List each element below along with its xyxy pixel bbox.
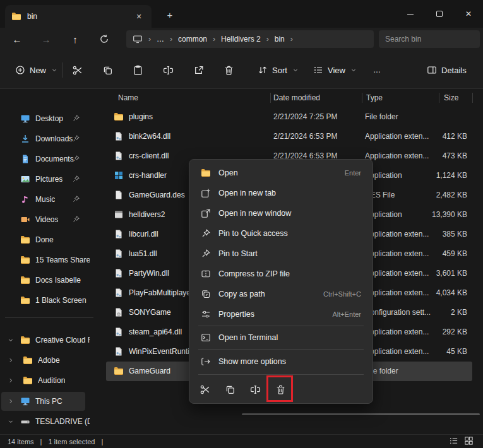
refresh-button[interactable] <box>92 29 116 49</box>
navigation-bar: ← → ↑ › … › common › Helldivers 2 › bin … <box>0 28 483 50</box>
sort-button[interactable]: Sort <box>251 59 306 81</box>
paste-button[interactable] <box>126 59 150 81</box>
close-button[interactable]: ✕ <box>454 0 483 28</box>
file-name: lua51.dll <box>129 249 157 258</box>
pin-icon <box>201 228 211 239</box>
menu-item-copy-as-path[interactable]: Copy as path Ctrl+Shift+C <box>193 284 369 304</box>
menu-item-compress-to-zip[interactable]: Compress to ZIP file <box>193 264 369 284</box>
menu-item-label: Pin to Start <box>218 249 258 258</box>
column-header-type[interactable]: Type <box>366 93 383 102</box>
scissors-icon <box>72 65 83 76</box>
column-headers: Name Date modified Type Size <box>104 90 483 106</box>
new-tab-button[interactable]: + <box>163 8 177 21</box>
menu-item-pin-to-quick-access[interactable]: Pin to Quick access <box>193 223 369 244</box>
file-type: Application exten... <box>365 132 429 141</box>
folder-icon <box>114 366 124 376</box>
file-name: bink2w64.dll <box>129 132 170 141</box>
column-divider[interactable] <box>362 93 362 103</box>
file-type: Application exten... <box>365 327 429 336</box>
column-divider[interactable] <box>439 93 439 103</box>
breadcrumb-item[interactable]: Helldivers 2 <box>221 35 261 44</box>
details-view-toggle[interactable] <box>449 436 460 447</box>
menu-item-show-more-options[interactable]: Show more options <box>193 351 369 372</box>
column-header-date[interactable]: Date modified <box>273 93 320 102</box>
search-box[interactable] <box>379 30 480 48</box>
menu-item-open-in-new-tab[interactable]: Open in new tab <box>193 183 369 203</box>
breadcrumb-overflow[interactable]: … <box>157 35 164 44</box>
chevron-down-icon <box>292 66 299 74</box>
cut-button[interactable] <box>65 59 89 81</box>
file-date: 2/21/2024 6:53 PM <box>273 132 337 141</box>
menu-cut-button[interactable] <box>193 378 216 401</box>
menu-rename-button[interactable] <box>244 378 266 401</box>
forward-button[interactable]: → <box>34 29 58 49</box>
new-button-label: New <box>30 66 46 75</box>
command-bar: New Sort View … Details <box>0 50 483 89</box>
new-window-icon <box>201 208 211 218</box>
details-view-icon <box>449 436 458 445</box>
more-options-button[interactable]: … <box>365 59 389 81</box>
breadcrumb-item[interactable]: bin <box>275 35 285 44</box>
file-type: Application exten... <box>365 230 429 239</box>
horizontal-scrollbar[interactable] <box>242 413 480 415</box>
breadcrumb-chevron: › <box>213 35 215 44</box>
breadcrumb-item[interactable]: common <box>178 35 207 44</box>
menu-item-properties[interactable]: Properties Alt+Enter <box>193 304 369 324</box>
file-row-plugins[interactable]: plugins 2/21/2024 7:25 PM File folder <box>106 107 472 127</box>
rename-icon <box>163 65 174 76</box>
sort-button-label: Sort <box>272 66 287 75</box>
file-name: helldivers2 <box>129 210 165 219</box>
more-options-icon <box>201 357 211 367</box>
explorer-tab[interactable]: bin ✕ <box>5 5 152 28</box>
menu-item-pin-to-start[interactable]: Pin to Start <box>193 244 369 264</box>
menu-item-label: Show more options <box>218 357 286 366</box>
address-bar[interactable]: › … › common › Helldivers 2 › bin › <box>126 30 374 48</box>
copy-button[interactable] <box>95 59 119 81</box>
delete-button[interactable] <box>217 59 241 81</box>
terminal-icon <box>201 333 211 343</box>
pin-icon <box>201 249 211 259</box>
menu-copy-button[interactable] <box>218 378 241 401</box>
share-button[interactable] <box>186 59 210 81</box>
rename-icon <box>250 384 261 395</box>
toolbar-divider <box>62 62 63 78</box>
refresh-icon <box>99 34 109 44</box>
column-divider[interactable] <box>472 93 473 103</box>
icons-view-toggle[interactable] <box>464 436 475 447</box>
column-header-name[interactable]: Name <box>118 93 138 102</box>
file-type: Application exten... <box>365 347 429 356</box>
menu-item-open-in-terminal[interactable]: Open in Terminal <box>193 327 369 348</box>
view-button[interactable]: View <box>307 59 364 81</box>
file-size: 1,124 KB <box>436 171 467 180</box>
file-name: WinPixEventRuntim <box>129 347 196 356</box>
dll-file-icon <box>114 288 124 298</box>
menu-item-label: Open <box>218 168 238 177</box>
new-button[interactable]: New <box>9 59 64 81</box>
menu-item-label: Open in Terminal <box>218 333 278 342</box>
file-name: GameGuard.des <box>129 191 185 199</box>
file-type: Application exten... <box>365 269 429 278</box>
file-size: 4,034 KB <box>436 288 467 297</box>
menu-item-open[interactable]: Open Enter <box>193 163 369 183</box>
copy-icon <box>225 384 236 395</box>
trash-icon <box>224 65 234 76</box>
minimize-button[interactable] <box>396 0 425 28</box>
column-divider[interactable] <box>270 93 271 103</box>
dll-file-icon <box>114 229 124 239</box>
up-button[interactable]: ↑ <box>63 29 87 49</box>
back-button[interactable]: ← <box>5 29 29 49</box>
file-size: 3,601 KB <box>436 269 467 278</box>
chevron-down-icon <box>350 66 357 74</box>
file-size: 13,390 KB <box>432 210 467 219</box>
maximize-button[interactable] <box>425 0 454 28</box>
column-header-size[interactable]: Size <box>444 93 458 102</box>
rename-button[interactable] <box>156 59 180 81</box>
tab-close-icon[interactable]: ✕ <box>133 10 145 23</box>
maximize-icon <box>436 11 443 17</box>
annotation-highlight-delete <box>266 375 293 402</box>
search-input[interactable] <box>379 30 480 48</box>
menu-item-open-in-new-window[interactable]: Open in new window <box>193 203 369 223</box>
details-pane-button[interactable]: Details <box>420 59 473 81</box>
file-type: Configuration sett... <box>365 308 431 317</box>
file-row-bink2w64[interactable]: bink2w64.dll 2/21/2024 6:53 PM Applicati… <box>106 127 472 146</box>
